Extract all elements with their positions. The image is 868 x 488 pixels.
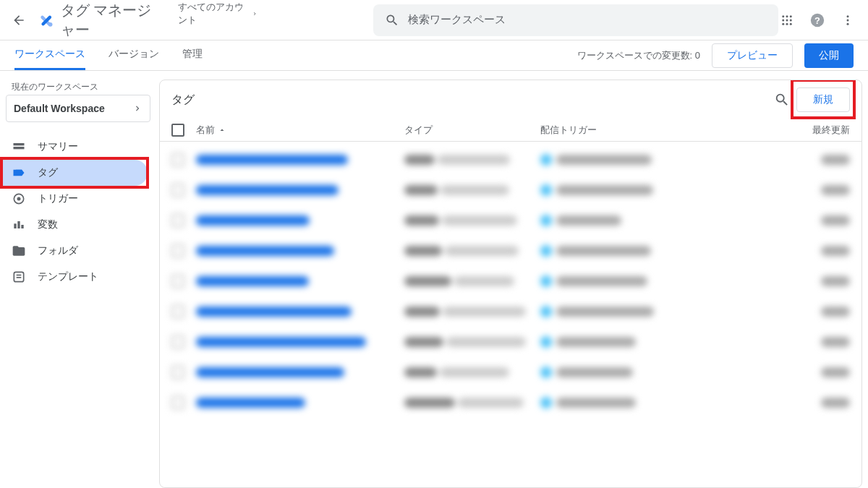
table-columns: 名前 タイプ 配信トリガー 最終更新 [160,119,861,142]
chevron-right-icon [252,10,258,17]
sidebar-item-label: トリガー [38,192,78,205]
row-checkbox[interactable] [171,396,184,409]
variable-icon [12,218,26,232]
sidebar-item-triggers[interactable]: トリガー [0,186,148,212]
table-row[interactable] [160,296,861,327]
card-title: タグ [171,93,195,108]
publish-button[interactable]: 公開 [804,43,854,68]
workspace-selector[interactable]: Default Workspace [6,95,150,122]
template-icon [12,270,26,284]
sidebar-item-tags[interactable]: タグ [0,160,148,186]
search-placeholder: 検索ワークスペース [408,13,506,27]
row-checkbox[interactable] [171,275,184,288]
subheader-actions: ワークスペースでの変更数: 0 プレビュー 公開 [577,43,854,68]
svg-rect-23 [21,225,23,228]
row-checkbox[interactable] [171,244,184,257]
sidebar-item-label: 変数 [38,218,58,231]
tab-admin[interactable]: 管理 [182,40,203,70]
search-icon [385,13,399,27]
svg-point-20 [17,197,21,201]
workspace-changes-text: ワークスペースでの変更数: 0 [577,49,700,62]
svg-point-9 [782,22,784,25]
table-row[interactable] [160,357,861,388]
sidebar: 現在のワークスペース Default Workspace サマリー タグ [0,71,156,488]
summary-icon [12,140,26,154]
sort-asc-icon [218,126,226,134]
tab-versions[interactable]: バージョン [109,40,159,70]
trigger-icon [12,192,26,206]
row-checkbox[interactable] [171,214,184,227]
sidebar-item-templates[interactable]: テンプレート [0,264,148,290]
card-header: タグ 新規 [160,80,861,119]
table-rows-blurred [160,142,861,418]
row-checkbox[interactable] [171,305,184,318]
svg-rect-18 [14,147,25,149]
preview-button[interactable]: プレビュー [712,43,793,68]
row-checkbox[interactable] [171,153,184,166]
app-header: タグ マネージャー すべてのアカウント 検索ワークスペース ? [0,0,868,40]
svg-rect-17 [14,143,25,145]
main-tabs: ワークスペース バージョン 管理 [14,40,203,70]
svg-point-6 [782,19,784,21]
column-trigger[interactable]: 配信トリガー [540,124,757,137]
row-checkbox[interactable] [171,366,184,379]
svg-rect-26 [17,277,22,278]
content-area: タグ 新規 名前 タイプ 配信トリガー [156,71,868,488]
row-checkbox[interactable] [171,184,184,197]
new-tag-button[interactable]: 新規 [796,87,850,112]
more-vert-icon[interactable] [839,12,856,29]
table-row[interactable] [160,327,861,357]
table-row[interactable] [160,175,861,205]
table-row[interactable] [160,145,861,175]
workspace-name: Default Workspace [14,103,105,114]
sidebar-item-label: タグ [38,166,58,179]
row-checkbox[interactable] [171,335,184,348]
sidebar-item-folders[interactable]: フォルダ [0,238,148,264]
app-title: タグ マネージャー [61,1,161,40]
subheader: ワークスペース バージョン 管理 ワークスペースでの変更数: 0 プレビュー 公… [0,40,868,71]
column-updated[interactable]: 最終更新 [763,124,850,137]
main-area: 現在のワークスペース Default Workspace サマリー タグ [0,71,868,488]
sidebar-item-label: テンプレート [38,270,98,283]
svg-rect-21 [14,223,16,228]
help-icon[interactable]: ? [809,12,826,29]
svg-rect-22 [17,221,20,228]
folder-icon [12,244,26,258]
breadcrumb-text: すべてのアカウント [178,1,248,27]
current-workspace-label: 現在のワークスペース [0,77,156,95]
svg-point-2 [48,22,53,26]
column-type[interactable]: タイプ [404,124,535,137]
svg-text:?: ? [814,14,820,25]
tag-icon [12,166,26,180]
svg-point-8 [790,19,792,21]
sidebar-item-variables[interactable]: 変数 [0,212,148,238]
search-box[interactable]: 検索ワークスペース [373,4,778,36]
column-name[interactable]: 名前 [196,124,399,137]
breadcrumb[interactable]: すべてのアカウント [178,1,258,27]
header-actions: ? [778,12,856,29]
svg-point-11 [790,22,792,25]
sidebar-item-label: フォルダ [38,244,78,257]
table-row[interactable] [160,205,861,236]
back-arrow-icon[interactable] [12,12,26,29]
table-row[interactable] [160,236,861,266]
sidebar-nav: サマリー タグ トリガー 変数 [0,134,156,290]
svg-point-10 [786,22,788,25]
sidebar-item-summary[interactable]: サマリー [0,134,148,160]
search-tags-icon[interactable] [773,91,791,108]
chevron-right-icon [132,103,142,114]
table-row[interactable] [160,266,861,296]
svg-point-16 [847,22,849,25]
apps-icon[interactable] [778,12,796,29]
svg-point-5 [790,15,792,17]
table-row[interactable] [160,388,861,418]
svg-rect-25 [17,275,22,276]
select-all-checkbox[interactable] [171,124,184,137]
svg-point-7 [786,19,788,21]
gtm-logo-icon [38,10,54,30]
svg-point-15 [847,19,849,21]
card-header-actions: 新規 [773,87,850,112]
svg-point-4 [786,15,788,17]
tab-workspace[interactable]: ワークスペース [14,40,85,70]
tags-card: タグ 新規 名前 タイプ 配信トリガー [159,80,862,488]
